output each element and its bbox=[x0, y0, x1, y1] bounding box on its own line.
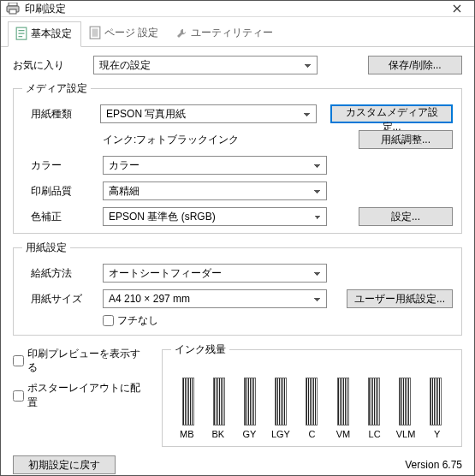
paper-type-label: 用紙種類 bbox=[31, 107, 93, 122]
quality-select[interactable]: 高精細 bbox=[103, 181, 327, 200]
favorites-save-button[interactable]: 保存/削除... bbox=[368, 56, 462, 74]
svg-rect-2 bbox=[9, 9, 16, 14]
svg-rect-5 bbox=[92, 29, 98, 37]
ink-bar bbox=[275, 378, 287, 425]
favorites-row: お気に入り 現在の設定 保存/削除... bbox=[13, 56, 462, 74]
ink-name: C bbox=[300, 429, 324, 439]
favorites-label: お気に入り bbox=[13, 58, 86, 73]
ink-bar bbox=[399, 378, 411, 425]
ink-bar bbox=[430, 378, 442, 425]
ink-name: Y bbox=[425, 429, 449, 439]
borderless-label: フチなし bbox=[117, 313, 158, 328]
source-label: 給紙方法 bbox=[31, 266, 96, 281]
ink-name: VM bbox=[331, 429, 355, 439]
ink-name: VLM bbox=[394, 429, 418, 439]
tab-basic[interactable]: 基本設定 bbox=[8, 21, 81, 47]
wrench-icon bbox=[175, 27, 187, 39]
ink-legend: インク残量 bbox=[171, 342, 229, 357]
poster-input[interactable] bbox=[13, 390, 24, 402]
media-legend: メディア設定 bbox=[22, 81, 91, 96]
user-paper-button[interactable]: ユーザー用紙設定... bbox=[347, 289, 453, 308]
ink-bar bbox=[213, 378, 225, 425]
ink-bar bbox=[337, 378, 349, 425]
ink-bars bbox=[171, 366, 453, 425]
page-icon bbox=[89, 27, 101, 39]
color-correction-settings-button[interactable]: 設定... bbox=[359, 207, 453, 226]
borderless-checkbox[interactable]: フチなし bbox=[103, 313, 158, 328]
color-label: カラー bbox=[31, 158, 96, 173]
doc-icon bbox=[15, 28, 27, 40]
svg-rect-0 bbox=[9, 3, 17, 6]
paper-adjust-button[interactable]: 用紙調整... bbox=[359, 130, 453, 149]
quality-label: 印刷品質 bbox=[31, 184, 96, 199]
poster-checkbox[interactable]: ポスターレイアウトに配置 bbox=[13, 381, 150, 410]
source-select[interactable]: オートシートフィーダー bbox=[103, 264, 327, 283]
content: お気に入り 現在の設定 保存/削除... メディア設定 用紙種類 EPSON 写… bbox=[1, 47, 474, 476]
color-correction-select[interactable]: EPSON 基準色 (sRGB) bbox=[103, 207, 327, 226]
footer-a: 初期設定に戻す Version 6.75 bbox=[13, 454, 462, 476]
version-text: Version 6.75 bbox=[405, 459, 462, 471]
ink-name: LGY bbox=[269, 429, 293, 439]
tab-bar: 基本設定 ページ 設定 ユーティリティー bbox=[1, 17, 474, 47]
ink-name: BK bbox=[206, 429, 230, 439]
ink-name: GY bbox=[237, 429, 261, 439]
tab-basic-label: 基本設定 bbox=[31, 27, 72, 41]
reset-defaults-button[interactable]: 初期設定に戻す bbox=[13, 455, 116, 474]
preview-label: 印刷プレビューを表示する bbox=[27, 348, 150, 374]
borderless-input[interactable] bbox=[103, 315, 114, 326]
poster-label: ポスターレイアウトに配置 bbox=[27, 381, 150, 410]
printer-icon bbox=[6, 3, 20, 15]
ink-bar bbox=[368, 378, 380, 425]
media-fieldset: メディア設定 用紙種類 EPSON 写真用紙 カスタムメディア設定... インク… bbox=[13, 81, 462, 234]
ink-type-text: インク:フォトブラックインク bbox=[103, 133, 327, 147]
paper-fieldset: 用紙設定 給紙方法 オートシートフィーダー 用紙サイズ A4 210 × 297… bbox=[13, 241, 462, 336]
paper-type-select[interactable]: EPSON 写真用紙 bbox=[100, 104, 317, 123]
window-title: 印刷設定 bbox=[25, 2, 440, 16]
color-correction-label: 色補正 bbox=[31, 210, 96, 224]
size-select[interactable]: A4 210 × 297 mm bbox=[103, 289, 327, 308]
ink-name: LC bbox=[363, 429, 387, 439]
ink-bar bbox=[182, 378, 194, 425]
preview-checkbox[interactable]: 印刷プレビューを表示する bbox=[13, 348, 150, 374]
ink-fieldset: インク残量 MB BK GY LGY C VM LC VLM bbox=[162, 342, 462, 447]
tab-utility[interactable]: ユーティリティー bbox=[168, 21, 282, 46]
ink-bar bbox=[244, 378, 256, 425]
custom-media-button[interactable]: カスタムメディア設定... bbox=[330, 104, 453, 123]
ink-bar bbox=[306, 378, 318, 425]
preview-input[interactable] bbox=[13, 355, 24, 366]
ink-name: MB bbox=[175, 429, 199, 439]
ink-names: MB BK GY LGY C VM LC VLM Y bbox=[171, 429, 453, 439]
lower-section: 印刷プレビューを表示する ポスターレイアウトに配置 インク残量 MB bbox=[13, 342, 462, 447]
tab-page[interactable]: ページ 設定 bbox=[81, 21, 168, 46]
paper-legend: 用紙設定 bbox=[22, 241, 70, 255]
tab-page-label: ページ 設定 bbox=[104, 26, 158, 40]
size-label: 用紙サイズ bbox=[31, 292, 96, 306]
tab-utility-label: ユーティリティー bbox=[191, 26, 273, 40]
color-select[interactable]: カラー bbox=[103, 156, 327, 175]
titlebar: 印刷設定 bbox=[1, 1, 474, 17]
favorites-select[interactable]: 現在の設定 bbox=[93, 56, 318, 74]
